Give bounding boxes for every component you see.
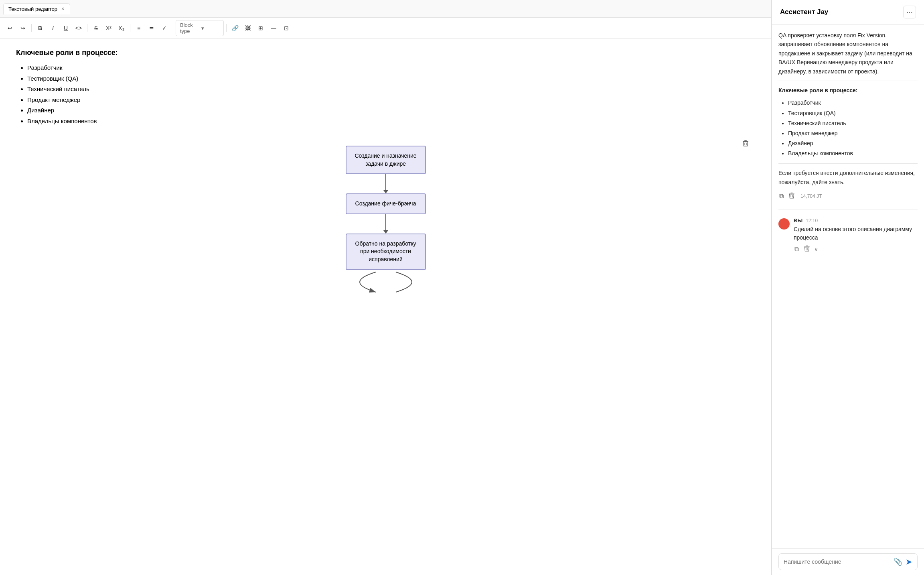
list-item: Разработчик — [27, 63, 755, 73]
diagram-container: Создание и назначениезадачи в джире Созд… — [16, 134, 755, 306]
chat-menu-button[interactable]: ⋯ — [903, 6, 916, 18]
roles-heading-bold: Ключевые роли в процессе: — [778, 87, 857, 93]
subscript-button[interactable]: X₂ — [116, 22, 128, 34]
user-message-row: ВЫ 12:10 Сделай на основе этого описания… — [778, 217, 918, 254]
table-button[interactable]: ⊞ — [255, 22, 267, 34]
assistant-message-block: QA проверяет установку поля Fix Version,… — [778, 31, 918, 201]
send-button[interactable]: ➤ — [906, 557, 912, 567]
list-item: Дизайнер — [27, 106, 755, 115]
attach-button[interactable]: 📎 — [894, 557, 902, 566]
qa-paragraph: QA проверяет установку поля Fix Version,… — [778, 31, 918, 76]
list-item: Технический писатель — [27, 85, 755, 94]
bold-button[interactable]: B — [34, 22, 46, 34]
tab-bar: Текстовый редактор × — [0, 0, 771, 18]
redo-button[interactable]: ↪ — [17, 22, 29, 34]
list-item: Продакт менеджер — [788, 128, 918, 138]
chat-input[interactable] — [784, 559, 890, 565]
chat-messages[interactable]: QA проверяет установку поля Fix Version,… — [772, 24, 924, 548]
flow-box-1: Создание и назначениезадачи в джире — [346, 146, 426, 174]
delete-user-message-button[interactable] — [803, 244, 811, 254]
roles-heading-chat: Ключевые роли в процессе: — [778, 86, 918, 95]
svg-rect-10 — [806, 246, 808, 246]
divider-button[interactable]: — — [267, 22, 280, 34]
link-button[interactable]: 🔗 — [229, 22, 241, 34]
list-item: Тестировщик (QA) — [788, 108, 918, 118]
editor-key-roles-list: Разработчик Тестировщик (QA) Технический… — [16, 63, 755, 126]
user-name-label: ВЫ — [794, 217, 802, 223]
editor-heading: Ключевые роли в процессе: — [16, 49, 755, 57]
user-message-content: ВЫ 12:10 Сделай на основе этого описания… — [794, 217, 918, 254]
italic-button[interactable]: I — [47, 22, 59, 34]
block-type-dropdown[interactable]: Block type ▾ — [176, 20, 224, 36]
image-button[interactable]: 🖼 — [242, 22, 254, 34]
copy-assistant-message-button[interactable]: ⧉ — [778, 192, 784, 201]
collapse-icon: ∨ — [814, 246, 818, 252]
block-type-label: Block type — [180, 22, 198, 34]
flow-box-2: Создание фиче-брэнча — [346, 193, 426, 214]
list-item: Разработчик — [788, 98, 918, 108]
flow-arrow-2 — [383, 214, 388, 234]
strikethrough-button[interactable]: S̶ — [90, 22, 102, 34]
toolbar-separator-5 — [226, 24, 227, 32]
user-message-time: 12:10 — [806, 218, 818, 223]
toolbar-separator-3 — [130, 24, 130, 32]
flow-arrow-1 — [383, 174, 388, 193]
copy-user-message-button[interactable]: ⧉ — [794, 245, 800, 254]
svg-rect-6 — [791, 193, 793, 193]
list-item: Дизайнер — [788, 138, 918, 148]
message-divider-1 — [778, 81, 918, 81]
user-avatar — [778, 218, 790, 230]
chat-header: Ассистент Jay ⋯ — [772, 0, 924, 24]
code-button[interactable]: <> — [73, 22, 85, 34]
roles-list-chat: Разработчик Тестировщик (QA) Технический… — [778, 98, 918, 158]
editor-tab[interactable]: Текстовый редактор × — [3, 3, 70, 14]
copy-icon: ⧉ — [779, 193, 784, 199]
diagram-delete-button[interactable] — [739, 137, 752, 150]
attach-icon: 📎 — [894, 558, 902, 566]
block-icon-button[interactable]: ⊡ — [280, 22, 292, 34]
flow-box-1-text: Создание и назначениезадачи в джире — [355, 152, 416, 167]
list-item: Технический писатель — [788, 118, 918, 128]
user-message-actions: ⧉ ∨ — [794, 244, 918, 254]
tab-close-icon[interactable]: × — [61, 6, 65, 12]
editor-panel: Текстовый редактор × ↩ ↪ B I U <> S̶ X² … — [0, 0, 772, 575]
tab-label: Текстовый редактор — [8, 6, 57, 12]
flow-curve-svg — [336, 270, 436, 294]
footer-text: Если требуется внести дополнительные изм… — [778, 169, 918, 187]
chat-input-box: 📎 ➤ — [778, 553, 918, 570]
copy-icon: ⧉ — [794, 246, 799, 252]
toolbar-separator-1 — [31, 24, 32, 32]
unordered-list-button[interactable]: ≡ — [133, 22, 145, 34]
list-item: Владельцы компонентов — [27, 117, 755, 126]
chat-title: Ассистент Jay — [780, 8, 828, 16]
delete-assistant-message-button[interactable] — [788, 191, 796, 201]
chevron-down-icon: ▾ — [201, 25, 219, 31]
undo-button[interactable]: ↩ — [4, 22, 16, 34]
flowchart: Создание и назначениезадачи в джире Созд… — [16, 142, 755, 298]
ordered-list-button[interactable]: ≣ — [146, 22, 158, 34]
section-divider — [778, 209, 918, 209]
underline-button[interactable]: U — [60, 22, 72, 34]
list-item: Владельцы компонентов — [788, 148, 918, 158]
toolbar-separator-4 — [173, 24, 173, 32]
chat-input-area: 📎 ➤ — [772, 548, 924, 575]
chat-panel: Ассистент Jay ⋯ QA проверяет установку п… — [772, 0, 924, 575]
list-item: Тестировщик (QA) — [27, 74, 755, 83]
message-divider-2 — [778, 163, 918, 164]
svg-rect-1 — [744, 140, 747, 141]
chat-menu-icon: ⋯ — [906, 8, 913, 16]
user-message-text: Сделай на основе этого описания диаграмм… — [794, 225, 918, 242]
list-item: Продакт менеджер — [27, 95, 755, 105]
assistant-message-actions: ⧉ 14,704 JT — [778, 191, 918, 201]
task-list-button[interactable]: ✓ — [158, 22, 170, 34]
user-message-header: ВЫ 12:10 — [794, 217, 918, 223]
flow-box-2-text: Создание фиче-брэнча — [355, 200, 416, 207]
toolbar-separator-2 — [87, 24, 87, 32]
flow-box-3-text: Обратно на разработкупри необходимостиис… — [355, 240, 416, 262]
editor-content[interactable]: Ключевые роли в процессе: Разработчик Те… — [0, 39, 771, 575]
superscript-button[interactable]: X² — [103, 22, 115, 34]
flow-box-3: Обратно на разработкупри необходимостиис… — [346, 234, 426, 270]
editor-toolbar: ↩ ↪ B I U <> S̶ X² X₂ ≡ ≣ ✓ Block type ▾… — [0, 18, 771, 39]
token-count: 14,704 JT — [800, 193, 822, 199]
collapse-button[interactable]: ∨ — [814, 246, 818, 252]
